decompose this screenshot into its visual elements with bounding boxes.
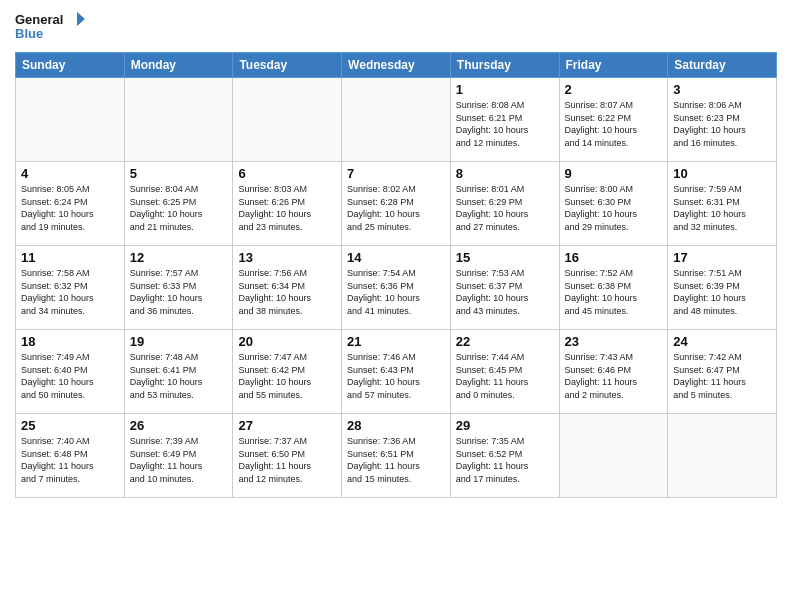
day-number: 29 [456,418,554,433]
day-number: 26 [130,418,228,433]
calendar-cell: 6Sunrise: 8:03 AM Sunset: 6:26 PM Daylig… [233,162,342,246]
day-info: Sunrise: 7:37 AM Sunset: 6:50 PM Dayligh… [238,435,336,485]
day-number: 4 [21,166,119,181]
day-number: 9 [565,166,663,181]
calendar-cell [16,78,125,162]
day-info: Sunrise: 7:52 AM Sunset: 6:38 PM Dayligh… [565,267,663,317]
calendar-cell: 21Sunrise: 7:46 AM Sunset: 6:43 PM Dayli… [342,330,451,414]
day-number: 12 [130,250,228,265]
day-number: 8 [456,166,554,181]
calendar-cell: 25Sunrise: 7:40 AM Sunset: 6:48 PM Dayli… [16,414,125,498]
calendar-cell: 19Sunrise: 7:48 AM Sunset: 6:41 PM Dayli… [124,330,233,414]
calendar-cell: 4Sunrise: 8:05 AM Sunset: 6:24 PM Daylig… [16,162,125,246]
day-info: Sunrise: 7:39 AM Sunset: 6:49 PM Dayligh… [130,435,228,485]
day-number: 5 [130,166,228,181]
weekday-header-row: SundayMondayTuesdayWednesdayThursdayFrid… [16,53,777,78]
logo: General Blue [15,10,85,46]
day-info: Sunrise: 7:53 AM Sunset: 6:37 PM Dayligh… [456,267,554,317]
calendar-cell: 7Sunrise: 8:02 AM Sunset: 6:28 PM Daylig… [342,162,451,246]
day-number: 11 [21,250,119,265]
day-info: Sunrise: 8:01 AM Sunset: 6:29 PM Dayligh… [456,183,554,233]
calendar-cell: 24Sunrise: 7:42 AM Sunset: 6:47 PM Dayli… [668,330,777,414]
day-number: 27 [238,418,336,433]
day-info: Sunrise: 7:48 AM Sunset: 6:41 PM Dayligh… [130,351,228,401]
week-row-3: 11Sunrise: 7:58 AM Sunset: 6:32 PM Dayli… [16,246,777,330]
day-number: 22 [456,334,554,349]
day-number: 15 [456,250,554,265]
day-info: Sunrise: 8:06 AM Sunset: 6:23 PM Dayligh… [673,99,771,149]
week-row-5: 25Sunrise: 7:40 AM Sunset: 6:48 PM Dayli… [16,414,777,498]
day-number: 3 [673,82,771,97]
day-number: 19 [130,334,228,349]
calendar-cell: 2Sunrise: 8:07 AM Sunset: 6:22 PM Daylig… [559,78,668,162]
calendar-cell: 13Sunrise: 7:56 AM Sunset: 6:34 PM Dayli… [233,246,342,330]
day-number: 17 [673,250,771,265]
weekday-header-sunday: Sunday [16,53,125,78]
day-info: Sunrise: 7:57 AM Sunset: 6:33 PM Dayligh… [130,267,228,317]
day-number: 1 [456,82,554,97]
day-info: Sunrise: 7:59 AM Sunset: 6:31 PM Dayligh… [673,183,771,233]
day-info: Sunrise: 8:04 AM Sunset: 6:25 PM Dayligh… [130,183,228,233]
calendar-cell: 1Sunrise: 8:08 AM Sunset: 6:21 PM Daylig… [450,78,559,162]
calendar-cell: 17Sunrise: 7:51 AM Sunset: 6:39 PM Dayli… [668,246,777,330]
day-info: Sunrise: 7:56 AM Sunset: 6:34 PM Dayligh… [238,267,336,317]
week-row-2: 4Sunrise: 8:05 AM Sunset: 6:24 PM Daylig… [16,162,777,246]
svg-text:General: General [15,12,63,27]
day-info: Sunrise: 7:43 AM Sunset: 6:46 PM Dayligh… [565,351,663,401]
day-info: Sunrise: 7:42 AM Sunset: 6:47 PM Dayligh… [673,351,771,401]
day-info: Sunrise: 8:07 AM Sunset: 6:22 PM Dayligh… [565,99,663,149]
day-info: Sunrise: 8:05 AM Sunset: 6:24 PM Dayligh… [21,183,119,233]
calendar-cell: 14Sunrise: 7:54 AM Sunset: 6:36 PM Dayli… [342,246,451,330]
weekday-header-thursday: Thursday [450,53,559,78]
calendar-cell: 12Sunrise: 7:57 AM Sunset: 6:33 PM Dayli… [124,246,233,330]
weekday-header-saturday: Saturday [668,53,777,78]
calendar-cell: 10Sunrise: 7:59 AM Sunset: 6:31 PM Dayli… [668,162,777,246]
day-info: Sunrise: 8:02 AM Sunset: 6:28 PM Dayligh… [347,183,445,233]
day-number: 20 [238,334,336,349]
day-info: Sunrise: 7:40 AM Sunset: 6:48 PM Dayligh… [21,435,119,485]
logo-svg: General Blue [15,10,85,46]
svg-marker-1 [77,12,85,26]
day-number: 14 [347,250,445,265]
day-info: Sunrise: 7:46 AM Sunset: 6:43 PM Dayligh… [347,351,445,401]
calendar-cell: 3Sunrise: 8:06 AM Sunset: 6:23 PM Daylig… [668,78,777,162]
weekday-header-tuesday: Tuesday [233,53,342,78]
day-number: 23 [565,334,663,349]
day-info: Sunrise: 7:35 AM Sunset: 6:52 PM Dayligh… [456,435,554,485]
day-info: Sunrise: 7:49 AM Sunset: 6:40 PM Dayligh… [21,351,119,401]
svg-text:Blue: Blue [15,26,43,41]
day-info: Sunrise: 7:51 AM Sunset: 6:39 PM Dayligh… [673,267,771,317]
calendar-cell [233,78,342,162]
calendar-cell [124,78,233,162]
week-row-4: 18Sunrise: 7:49 AM Sunset: 6:40 PM Dayli… [16,330,777,414]
day-number: 16 [565,250,663,265]
calendar-cell [342,78,451,162]
day-info: Sunrise: 7:36 AM Sunset: 6:51 PM Dayligh… [347,435,445,485]
day-info: Sunrise: 8:03 AM Sunset: 6:26 PM Dayligh… [238,183,336,233]
day-info: Sunrise: 8:00 AM Sunset: 6:30 PM Dayligh… [565,183,663,233]
day-info: Sunrise: 7:54 AM Sunset: 6:36 PM Dayligh… [347,267,445,317]
calendar-cell: 11Sunrise: 7:58 AM Sunset: 6:32 PM Dayli… [16,246,125,330]
calendar-cell: 29Sunrise: 7:35 AM Sunset: 6:52 PM Dayli… [450,414,559,498]
calendar-cell [668,414,777,498]
day-number: 10 [673,166,771,181]
calendar-cell [559,414,668,498]
calendar-cell: 5Sunrise: 8:04 AM Sunset: 6:25 PM Daylig… [124,162,233,246]
day-number: 25 [21,418,119,433]
calendar-page: General Blue SundayMondayTuesdayWednesda… [0,0,792,508]
calendar-cell: 23Sunrise: 7:43 AM Sunset: 6:46 PM Dayli… [559,330,668,414]
weekday-header-friday: Friday [559,53,668,78]
weekday-header-monday: Monday [124,53,233,78]
day-number: 24 [673,334,771,349]
calendar-cell: 28Sunrise: 7:36 AM Sunset: 6:51 PM Dayli… [342,414,451,498]
calendar-cell: 8Sunrise: 8:01 AM Sunset: 6:29 PM Daylig… [450,162,559,246]
calendar-cell: 22Sunrise: 7:44 AM Sunset: 6:45 PM Dayli… [450,330,559,414]
day-info: Sunrise: 7:58 AM Sunset: 6:32 PM Dayligh… [21,267,119,317]
calendar-cell: 20Sunrise: 7:47 AM Sunset: 6:42 PM Dayli… [233,330,342,414]
day-number: 21 [347,334,445,349]
calendar-cell: 9Sunrise: 8:00 AM Sunset: 6:30 PM Daylig… [559,162,668,246]
day-number: 13 [238,250,336,265]
day-number: 2 [565,82,663,97]
calendar-cell: 18Sunrise: 7:49 AM Sunset: 6:40 PM Dayli… [16,330,125,414]
day-number: 28 [347,418,445,433]
